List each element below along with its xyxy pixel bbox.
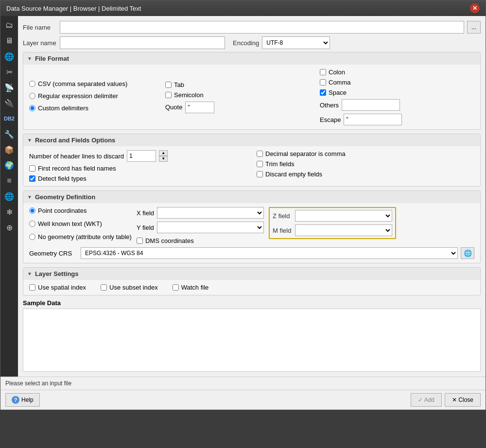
regex-radio-label[interactable]: Regular expression delimiter bbox=[29, 92, 165, 100]
tab-checkbox-label[interactable]: Tab bbox=[165, 81, 320, 88]
header-lines-input[interactable] bbox=[127, 150, 156, 162]
discard-empty-label[interactable]: Discard empty fields bbox=[257, 171, 474, 178]
wkt-label[interactable]: Well known text (WKT) bbox=[29, 220, 132, 227]
add-button[interactable]: ✓ Add bbox=[411, 393, 442, 407]
header-lines-row: Number of header lines to discard ▲ ▼ bbox=[29, 150, 247, 162]
layer-settings-header[interactable]: ▼ Layer Settings bbox=[23, 268, 480, 280]
geometry-header[interactable]: ▼ Geometry Definition bbox=[23, 191, 480, 203]
sidebar-item-plugin[interactable]: 🔌 bbox=[2, 96, 17, 110]
detect-types-label[interactable]: Detect field types bbox=[29, 175, 247, 182]
sidebar-item-world[interactable]: 🌍 bbox=[2, 158, 17, 172]
sidebar-item-globe[interactable]: 🌐 bbox=[2, 49, 17, 64]
watch-file-label[interactable]: Watch file bbox=[173, 284, 209, 291]
quote-input[interactable] bbox=[185, 102, 214, 113]
discard-empty-text: Discard empty fields bbox=[265, 171, 322, 178]
spatial-index-checkbox[interactable] bbox=[29, 284, 35, 291]
spinner-down[interactable]: ▼ bbox=[159, 156, 168, 162]
spinner-up[interactable]: ▲ bbox=[159, 150, 168, 156]
layer-name-input[interactable] bbox=[60, 36, 225, 49]
sidebar-item-add[interactable]: ⊕ bbox=[2, 220, 17, 235]
decimal-checkbox[interactable] bbox=[257, 151, 263, 157]
escape-input[interactable] bbox=[344, 114, 402, 125]
y-field-row: Y field bbox=[137, 222, 264, 233]
x-field-select[interactable] bbox=[157, 207, 264, 219]
comma-label: Comma bbox=[329, 79, 351, 86]
wkt-radio[interactable] bbox=[29, 221, 35, 227]
semicolon-checkbox-label[interactable]: Semicolon bbox=[165, 91, 320, 99]
decimal-label[interactable]: Decimal separator is comma bbox=[257, 150, 474, 157]
semicolon-checkbox[interactable] bbox=[165, 92, 172, 98]
record-left: Number of header lines to discard ▲ ▼ Fi… bbox=[29, 150, 247, 182]
trim-fields-label[interactable]: Trim fields bbox=[257, 160, 474, 168]
m-field-select[interactable] bbox=[295, 224, 392, 236]
dms-label[interactable]: DMS coordinates bbox=[137, 237, 264, 244]
record-options-header[interactable]: ▼ Record and Fields Options bbox=[23, 134, 480, 146]
subset-index-label[interactable]: Use subset index bbox=[101, 284, 158, 291]
watch-file-checkbox[interactable] bbox=[173, 284, 179, 291]
comma-checkbox-label[interactable]: Comma bbox=[320, 79, 474, 86]
csv-radio[interactable] bbox=[29, 81, 35, 87]
wkt-text: Well known text (WKT) bbox=[38, 220, 102, 227]
point-coords-label[interactable]: Point coordinates bbox=[29, 207, 132, 214]
others-input[interactable] bbox=[342, 99, 400, 111]
zm-fields: Z field M field bbox=[269, 207, 396, 239]
help-button[interactable]: ? Help bbox=[5, 393, 40, 407]
crs-globe-button[interactable]: 🌐 bbox=[461, 247, 474, 259]
geometry-main: Point coordinates Well known text (WKT) … bbox=[29, 207, 474, 244]
sidebar-item-monitor[interactable]: 🖥 bbox=[2, 34, 17, 48]
geometry-section: ▼ Geometry Definition Point coordinates bbox=[23, 190, 481, 263]
detect-types-checkbox[interactable] bbox=[29, 175, 35, 182]
sidebar-item-layers[interactable]: ≡ bbox=[2, 173, 17, 188]
status-text: Please select an input file bbox=[5, 380, 71, 387]
space-checkbox[interactable] bbox=[320, 89, 326, 96]
sidebar-item-scissors[interactable]: ✂ bbox=[2, 65, 17, 79]
first-record-label[interactable]: First record has field names bbox=[29, 165, 247, 172]
others-label: Others bbox=[320, 102, 339, 109]
crs-select[interactable]: EPSG:4326 - WGS 84 bbox=[81, 247, 458, 259]
no-geometry-label[interactable]: No geometry (attribute only table) bbox=[29, 233, 132, 241]
browse-button[interactable]: ... bbox=[467, 21, 481, 34]
colon-checkbox-label[interactable]: Colon bbox=[320, 69, 474, 76]
first-record-checkbox[interactable] bbox=[29, 165, 35, 172]
y-field-select[interactable] bbox=[157, 222, 264, 233]
layer-settings-section: ▼ Layer Settings Use spatial index Use s… bbox=[23, 267, 481, 295]
x-field-row: X field bbox=[137, 207, 264, 219]
triangle-icon4: ▼ bbox=[27, 271, 32, 276]
sidebar-item-package[interactable]: 📦 bbox=[2, 142, 17, 157]
triangle-icon: ▼ bbox=[27, 56, 32, 61]
space-checkbox-label[interactable]: Space bbox=[320, 89, 347, 96]
x-field-label: X field bbox=[137, 209, 154, 217]
layer-name-label: Layer name bbox=[23, 39, 57, 47]
dms-checkbox[interactable] bbox=[137, 238, 143, 244]
close-window-button[interactable]: ✕ bbox=[470, 3, 480, 13]
file-format-header[interactable]: ▼ File Format bbox=[23, 52, 480, 65]
spatial-index-text: Use spatial index bbox=[38, 284, 86, 291]
no-geometry-radio[interactable] bbox=[29, 234, 35, 240]
sidebar-item-web[interactable]: 🌐 bbox=[2, 189, 17, 204]
regex-radio[interactable] bbox=[29, 93, 35, 99]
close-button[interactable]: ✕ Close bbox=[445, 393, 481, 407]
layer-name-row: Layer name Encoding UTF-8 bbox=[23, 36, 481, 49]
sidebar-item-folder[interactable]: 🗂 bbox=[2, 18, 17, 33]
encoding-select[interactable]: UTF-8 bbox=[262, 36, 330, 49]
header-lines-label: Number of header lines to discard bbox=[29, 153, 124, 160]
sidebar-item-snowflake[interactable]: ❄ bbox=[2, 205, 17, 219]
sidebar-item-database[interactable]: DB2 bbox=[2, 111, 17, 126]
subset-index-checkbox[interactable] bbox=[101, 284, 107, 291]
sidebar-item-wrench[interactable]: 🔧 bbox=[2, 127, 17, 141]
custom-radio[interactable] bbox=[29, 105, 35, 111]
point-coords-radio[interactable] bbox=[29, 207, 35, 214]
comma-checkbox[interactable] bbox=[320, 79, 326, 86]
trim-fields-checkbox[interactable] bbox=[257, 161, 263, 167]
colon-checkbox[interactable] bbox=[320, 69, 326, 75]
z-field-select[interactable] bbox=[295, 210, 392, 222]
sidebar-item-satellite[interactable]: 📡 bbox=[2, 80, 17, 95]
spatial-index-label[interactable]: Use spatial index bbox=[29, 284, 86, 291]
watch-file-text: Watch file bbox=[181, 284, 209, 291]
custom-radio-label[interactable]: Custom delimiters bbox=[29, 104, 165, 112]
file-name-input[interactable] bbox=[60, 21, 464, 34]
tab-checkbox[interactable] bbox=[165, 82, 172, 88]
triangle-icon2: ▼ bbox=[27, 138, 32, 143]
csv-radio-label[interactable]: CSV (comma separated values) bbox=[29, 80, 165, 87]
discard-empty-checkbox[interactable] bbox=[257, 171, 263, 177]
